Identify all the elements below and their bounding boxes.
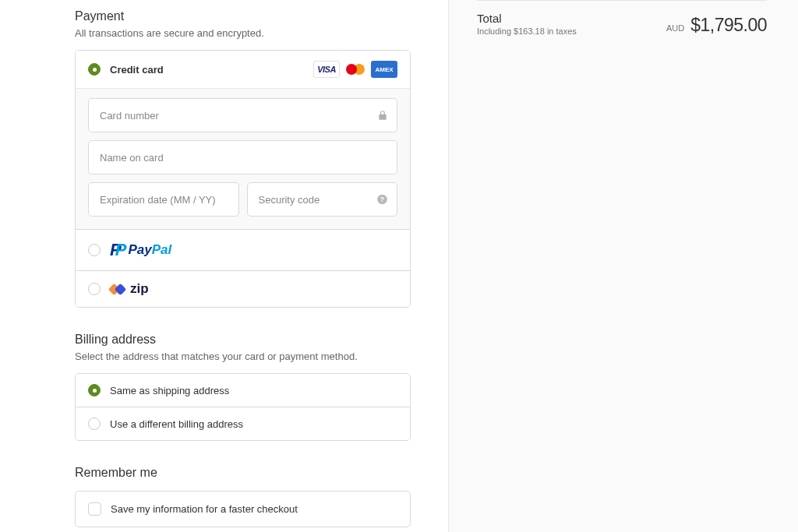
name-on-card-input[interactable] xyxy=(88,140,397,174)
amex-icon: AMEX xyxy=(371,61,397,78)
billing-different[interactable]: Use a different billing address xyxy=(76,407,410,440)
payment-method-zip[interactable]: zip xyxy=(76,270,410,307)
radio-unselected-icon xyxy=(88,417,101,430)
payment-method-credit-card[interactable]: Credit card VISA AMEX xyxy=(76,51,410,88)
payment-title: Payment xyxy=(75,9,411,23)
mastercard-icon xyxy=(342,61,369,78)
card-number-input[interactable] xyxy=(88,98,397,132)
cvv-input[interactable] xyxy=(247,182,398,217)
paypal-logo: PPPayPal xyxy=(110,240,171,260)
zip-icon xyxy=(110,282,127,296)
currency-label: AUD xyxy=(666,23,684,33)
visa-icon: VISA xyxy=(313,61,340,78)
payment-subtitle: All transactions are secure and encrypte… xyxy=(75,27,411,39)
total-amount: $1,795.00 xyxy=(690,15,767,36)
remember-checkbox-label: Save my information for a faster checkou… xyxy=(111,503,298,515)
credit-card-label: Credit card xyxy=(110,64,164,76)
card-fields: ? xyxy=(76,88,410,229)
billing-same[interactable]: Same as shipping address xyxy=(76,374,410,407)
remember-title: Remember me xyxy=(75,466,411,480)
help-icon[interactable]: ? xyxy=(376,194,388,206)
radio-unselected-icon xyxy=(88,244,101,256)
radio-selected-icon xyxy=(88,384,101,396)
summary-divider xyxy=(477,0,767,1)
radio-unselected-icon xyxy=(88,283,101,295)
remember-checkbox-row[interactable]: Save my information for a faster checkou… xyxy=(75,491,411,527)
expiry-input[interactable] xyxy=(88,182,239,217)
card-brands: VISA AMEX xyxy=(313,61,397,78)
radio-selected-icon xyxy=(88,63,101,76)
billing-subtitle: Select the address that matches your car… xyxy=(75,351,411,362)
billing-box: Same as shipping address Use a different… xyxy=(75,373,411,441)
svg-text:?: ? xyxy=(380,196,384,203)
zip-label: zip xyxy=(130,281,149,297)
total-label: Total xyxy=(477,12,577,25)
total-row: Total Including $163.18 in taxes AUD $1,… xyxy=(477,12,767,36)
payment-method-paypal[interactable]: PPPayPal xyxy=(76,229,410,270)
billing-different-label: Use a different billing address xyxy=(110,418,243,430)
checkbox-unchecked-icon xyxy=(88,502,101,516)
payment-methods-box: Credit card VISA AMEX xyxy=(75,50,411,308)
zip-logo: zip xyxy=(110,281,149,297)
taxes-line: Including $163.18 in taxes xyxy=(477,26,577,36)
billing-title: Billing address xyxy=(75,333,411,347)
billing-same-label: Same as shipping address xyxy=(110,385,229,396)
lock-icon xyxy=(377,110,388,121)
